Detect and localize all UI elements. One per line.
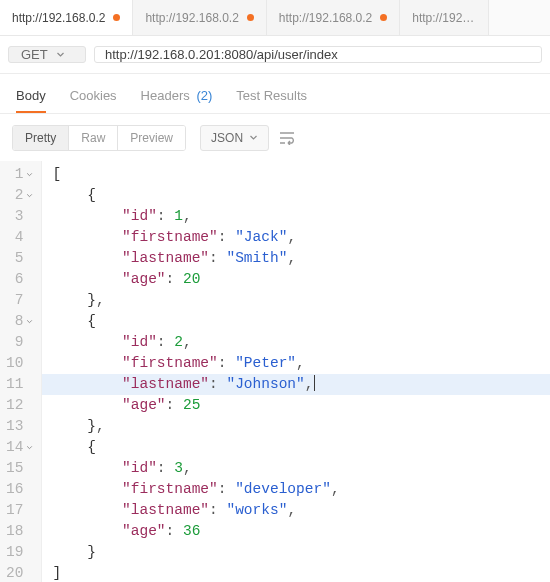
code-line[interactable]: "id": 3, bbox=[52, 458, 540, 479]
http-method-label: GET bbox=[21, 47, 48, 62]
response-toolbar: Pretty Raw Preview JSON bbox=[0, 114, 550, 161]
wrap-lines-button[interactable] bbox=[273, 124, 303, 151]
tab-label: http://192.168.0 bbox=[412, 11, 476, 25]
request-bar: GET bbox=[0, 36, 550, 74]
gutter-line: 1 bbox=[6, 164, 33, 185]
code-line[interactable]: { bbox=[52, 185, 540, 206]
gutter-line: 6 bbox=[6, 269, 33, 290]
request-url-input[interactable] bbox=[94, 46, 542, 63]
tab-label: http://192.168.0.2 bbox=[12, 11, 105, 25]
gutter-line: 11 bbox=[6, 374, 33, 395]
fold-toggle-icon[interactable] bbox=[26, 171, 33, 178]
chevron-down-icon bbox=[56, 50, 65, 59]
code-line[interactable]: "firstname": "developer", bbox=[52, 479, 540, 500]
tab-body[interactable]: Body bbox=[16, 82, 46, 113]
view-raw[interactable]: Raw bbox=[69, 126, 118, 150]
code-line[interactable]: { bbox=[52, 311, 540, 332]
tab-cookies[interactable]: Cookies bbox=[70, 82, 117, 113]
gutter-line: 9 bbox=[6, 332, 33, 353]
code-line[interactable]: "lastname": "Johnson", bbox=[42, 374, 550, 395]
request-tab[interactable]: http://192.168.0.2 bbox=[267, 0, 400, 35]
code-line[interactable]: { bbox=[52, 437, 540, 458]
request-tabs: http://192.168.0.2http://192.168.0.2http… bbox=[0, 0, 550, 36]
format-label: JSON bbox=[211, 131, 243, 145]
view-preview[interactable]: Preview bbox=[118, 126, 185, 150]
response-body-editor[interactable]: 1234567891011121314151617181920 [ { "id"… bbox=[0, 161, 550, 582]
fold-toggle-icon[interactable] bbox=[26, 444, 33, 451]
code-line[interactable]: "age": 36 bbox=[52, 521, 540, 542]
gutter-line: 14 bbox=[6, 437, 33, 458]
code-line[interactable]: }, bbox=[52, 290, 540, 311]
gutter-line: 10 bbox=[6, 353, 33, 374]
code-line[interactable]: "age": 25 bbox=[52, 395, 540, 416]
code-line[interactable]: "age": 20 bbox=[52, 269, 540, 290]
response-subtabs: Body Cookies Headers (2) Test Results bbox=[0, 74, 550, 114]
gutter-line: 12 bbox=[6, 395, 33, 416]
view-pretty[interactable]: Pretty bbox=[13, 126, 69, 150]
gutter-line: 13 bbox=[6, 416, 33, 437]
code-line[interactable]: } bbox=[52, 542, 540, 563]
unsaved-dot-icon bbox=[247, 14, 254, 21]
code-line[interactable]: "lastname": "works", bbox=[52, 500, 540, 521]
code-line[interactable]: "firstname": "Peter", bbox=[52, 353, 540, 374]
headers-count: (2) bbox=[196, 88, 212, 103]
gutter-line: 17 bbox=[6, 500, 33, 521]
fold-toggle-icon[interactable] bbox=[26, 318, 33, 325]
fold-toggle-icon[interactable] bbox=[26, 192, 33, 199]
code-line[interactable]: [ bbox=[52, 164, 540, 185]
gutter-line: 7 bbox=[6, 290, 33, 311]
line-gutter: 1234567891011121314151617181920 bbox=[0, 161, 42, 582]
request-tab[interactable]: http://192.168.0.2 bbox=[0, 0, 133, 35]
unsaved-dot-icon bbox=[113, 14, 120, 21]
format-dropdown[interactable]: JSON bbox=[200, 125, 269, 151]
gutter-line: 8 bbox=[6, 311, 33, 332]
code-area[interactable]: [ { "id": 1, "firstname": "Jack", "lastn… bbox=[42, 161, 550, 582]
tab-test-results[interactable]: Test Results bbox=[236, 82, 307, 113]
gutter-line: 4 bbox=[6, 227, 33, 248]
chevron-down-icon bbox=[249, 133, 258, 142]
tab-headers[interactable]: Headers (2) bbox=[141, 82, 213, 113]
gutter-line: 15 bbox=[6, 458, 33, 479]
tab-label: http://192.168.0.2 bbox=[279, 11, 372, 25]
code-line[interactable]: "id": 2, bbox=[52, 332, 540, 353]
tab-headers-label: Headers bbox=[141, 88, 190, 103]
gutter-line: 3 bbox=[6, 206, 33, 227]
code-line[interactable]: }, bbox=[52, 416, 540, 437]
unsaved-dot-icon bbox=[380, 14, 387, 21]
gutter-line: 19 bbox=[6, 542, 33, 563]
code-line[interactable]: ] bbox=[52, 563, 540, 582]
request-tab[interactable]: http://192.168.0 bbox=[400, 0, 489, 35]
gutter-line: 2 bbox=[6, 185, 33, 206]
gutter-line: 16 bbox=[6, 479, 33, 500]
text-cursor bbox=[314, 375, 315, 391]
gutter-line: 5 bbox=[6, 248, 33, 269]
view-mode-group: Pretty Raw Preview bbox=[12, 125, 186, 151]
gutter-line: 20 bbox=[6, 563, 33, 582]
wrap-icon bbox=[279, 131, 297, 145]
code-line[interactable]: "lastname": "Smith", bbox=[52, 248, 540, 269]
request-tab[interactable]: http://192.168.0.2 bbox=[133, 0, 266, 35]
http-method-dropdown[interactable]: GET bbox=[8, 46, 86, 63]
code-line[interactable]: "firstname": "Jack", bbox=[52, 227, 540, 248]
gutter-line: 18 bbox=[6, 521, 33, 542]
tab-label: http://192.168.0.2 bbox=[145, 11, 238, 25]
code-line[interactable]: "id": 1, bbox=[52, 206, 540, 227]
